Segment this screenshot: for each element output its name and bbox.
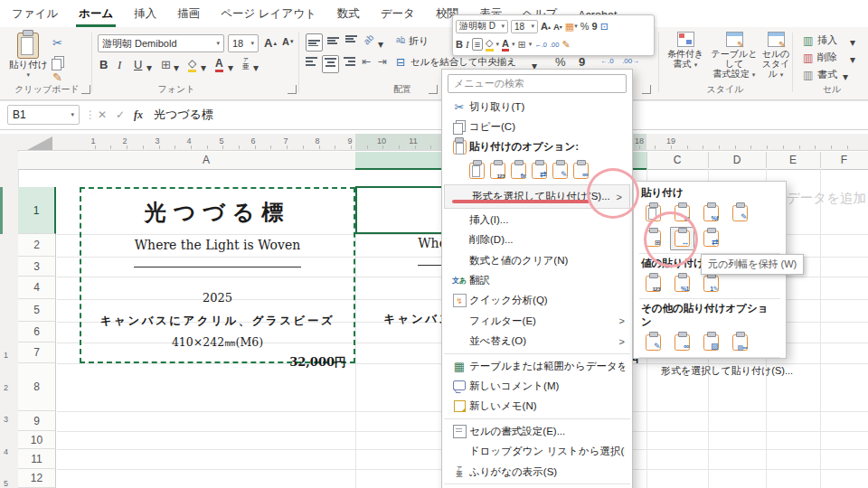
paste-picture-icon[interactable]: ▨ xyxy=(699,331,723,354)
artwork-subtitle-cell[interactable]: Where the Light is Woven xyxy=(81,234,354,257)
chevron-down-icon[interactable]: ▾ xyxy=(253,61,259,74)
paste-keep-source-formatting-icon[interactable]: ✎ xyxy=(728,202,752,225)
enter-icon[interactable]: ✓ xyxy=(116,105,125,125)
column-header-e[interactable]: E xyxy=(766,152,821,168)
chevron-down-icon[interactable]: ▾ xyxy=(529,41,533,48)
paste-no-borders-icon[interactable]: ⊞ xyxy=(641,227,665,250)
font-size-select[interactable]: 18 ▾ xyxy=(228,34,259,52)
artwork-year-cell[interactable]: 2025 xyxy=(81,286,354,309)
conditional-formatting-button[interactable]: 条件付き 書式 ▾ xyxy=(665,32,705,70)
row-header-7[interactable]: 7 xyxy=(18,343,56,363)
menu-item-insert[interactable]: 挿入(I)... xyxy=(442,210,632,230)
format-cells-ribbon-label[interactable]: 書式 xyxy=(817,68,837,81)
column-header-a[interactable]: A xyxy=(57,152,356,168)
paste-keep-source-column-widths-icon[interactable]: ↔ xyxy=(670,227,694,250)
align-right-button[interactable] xyxy=(344,57,355,70)
mini-merge-button[interactable]: ⊡ xyxy=(600,21,609,33)
row-header-9[interactable]: 9 xyxy=(18,411,56,431)
select-all-corner[interactable] xyxy=(27,136,52,150)
paste-values-source-formatting-icon[interactable]: 1✎ xyxy=(699,272,723,296)
chevron-down-icon[interactable]: ▾ xyxy=(228,61,233,74)
formula-input[interactable]: 光つづる標 xyxy=(154,105,213,125)
menu-item-paste-special[interactable]: 形式を選択して貼り付け(S)... > xyxy=(444,184,630,209)
mini-italic-button[interactable]: I xyxy=(466,39,469,50)
paste-option-formatting-icon[interactable]: ✎ xyxy=(552,163,568,179)
row-header-2[interactable]: 2 xyxy=(18,234,56,257)
increase-decimal-button[interactable]: ←.0 xyxy=(600,57,614,65)
artwork-dimensions-cell[interactable]: 410×242㎜(M6) xyxy=(81,332,354,352)
paste-option-values-icon[interactable]: 123 xyxy=(490,163,505,179)
menu-search-input[interactable]: メニューの検索 xyxy=(448,74,627,93)
mini-format-painter-button[interactable]: ✎ xyxy=(561,39,570,51)
bottom-align-button[interactable] xyxy=(306,33,323,52)
menu-item-copy[interactable]: コピー(C) xyxy=(442,117,632,136)
cut-button[interactable]: ✂ xyxy=(52,36,62,50)
menu-item-new-comment[interactable]: 新しいコメント(M) xyxy=(442,376,632,396)
paste-linked-picture-icon[interactable]: ▨∞ xyxy=(728,331,752,354)
menu-item-show-phonetic[interactable]: ア亜 ふりがなの表示(S) xyxy=(442,462,632,482)
artwork-price-cell[interactable]: 32,000円 xyxy=(81,352,354,371)
insert-cells-icon[interactable]: ▥ xyxy=(803,34,813,47)
row-header-4[interactable]: 4 xyxy=(18,277,56,299)
menu-item-format-cells[interactable]: セルの書式設定(E)... xyxy=(442,421,632,441)
mini-grow-font-button[interactable]: A▴ xyxy=(541,21,551,32)
mini-shrink-font-button[interactable]: A▾ xyxy=(553,22,562,32)
paste-formatting-icon[interactable]: ✎ xyxy=(641,331,665,354)
column-header-c[interactable]: C xyxy=(646,152,709,168)
artwork-medium-cell[interactable]: キャンバスにアクリル、グラスビーズ xyxy=(81,309,354,332)
menu-item-get-data[interactable]: ▦ テーブルまたは範囲からデータを取得(G)... xyxy=(442,356,632,376)
format-cells-ribbon-icon[interactable]: ▥ xyxy=(803,69,813,81)
decrease-indent-button[interactable]: ⇤ xyxy=(362,55,371,68)
mini-font-size-select[interactable]: 18▾ xyxy=(511,20,538,33)
format-as-table-button[interactable]: ✎ テーブルとして 書式設定 ▾ xyxy=(709,32,760,80)
chevron-down-icon[interactable]: ▾ xyxy=(850,36,855,49)
chevron-down-icon[interactable]: ▾ xyxy=(843,70,848,83)
borders-button[interactable]: ⊞ xyxy=(161,58,171,71)
menu-item-pick-from-dropdown[interactable]: ドロップダウン リストから選択(K)... xyxy=(442,441,632,461)
chevron-down-icon[interactable]: ▾ xyxy=(174,61,179,74)
chevron-down-icon[interactable]: ▾ xyxy=(496,41,500,48)
decrease-decimal-button[interactable]: .00→ xyxy=(622,57,639,65)
tab-data[interactable]: データ xyxy=(378,6,418,27)
row-header-8[interactable]: 8 xyxy=(18,363,56,411)
paste-values-number-formatting-icon[interactable]: %1 xyxy=(670,272,694,296)
alignment-dialog-launcher-icon[interactable] xyxy=(429,85,438,94)
menu-item-new-note[interactable]: 新しいメモ(N) xyxy=(442,397,632,417)
menu-item-clear-contents[interactable]: 数式と値のクリア(N) xyxy=(442,250,632,270)
merge-center-label[interactable]: セルを結合して中央揃え xyxy=(410,56,516,69)
cancel-icon[interactable]: ✕ xyxy=(98,105,107,125)
align-left-button[interactable] xyxy=(306,57,317,70)
fill-color-button[interactable]: ◇ xyxy=(188,57,196,72)
paste-link-icon[interactable]: ∞ xyxy=(670,331,694,354)
tab-page-layout[interactable]: ページ レイアウト xyxy=(218,6,319,27)
mini-increase-decimal-button[interactable]: ←.0 xyxy=(534,41,547,49)
grow-font-button[interactable]: A▴ xyxy=(264,36,277,50)
delete-cells-icon[interactable]: ▥ xyxy=(803,52,813,64)
phonetic-guide-button[interactable]: ア亜 xyxy=(242,57,250,70)
font-color-button[interactable]: A xyxy=(215,57,223,72)
submenu-paste-special-item[interactable]: 形式を選択して貼り付け(S)... xyxy=(639,361,780,380)
clipboard-dialog-launcher-icon[interactable] xyxy=(81,85,90,94)
paste-option-link-icon[interactable]: ∞ xyxy=(573,163,589,179)
wrap-text-label[interactable]: 折り xyxy=(409,34,429,48)
tab-file[interactable]: ファイル xyxy=(9,6,61,27)
artwork-title-cell[interactable]: 光つづる標 xyxy=(81,189,354,234)
comma-style-button[interactable]: 9 xyxy=(579,55,585,69)
paste-option-formulas-icon[interactable]: fx xyxy=(511,163,526,179)
delete-cells-label[interactable]: 削除 xyxy=(817,51,837,64)
paste-formulas-icon[interactable]: fx xyxy=(670,202,694,225)
row-header-11[interactable]: 11 xyxy=(18,449,56,469)
artwork-divider-cell[interactable] xyxy=(81,267,354,286)
cell-range-a1-a7[interactable]: 光つづる標 Where the Light is Woven 2025 キャンバ… xyxy=(80,187,355,363)
paste-option-transpose-icon[interactable]: ⇄ xyxy=(532,163,547,179)
mini-font-color-button[interactable]: A xyxy=(502,38,509,52)
format-painter-button[interactable]: ✎ xyxy=(52,70,62,84)
menu-item-sort[interactable]: 並べ替え(O) > xyxy=(442,332,632,352)
column-header-d[interactable]: D xyxy=(708,152,767,168)
column-header-f[interactable]: F xyxy=(820,152,868,168)
menu-item-translate[interactable]: 文あ 翻訳 xyxy=(442,270,632,290)
tab-home[interactable]: ホーム xyxy=(76,6,116,27)
insert-cells-label[interactable]: 挿入 xyxy=(817,33,837,47)
cell-styles-button[interactable]: ✎ セルの スタイル ▾ xyxy=(758,32,794,80)
row-header-6[interactable]: 6 xyxy=(18,322,56,343)
